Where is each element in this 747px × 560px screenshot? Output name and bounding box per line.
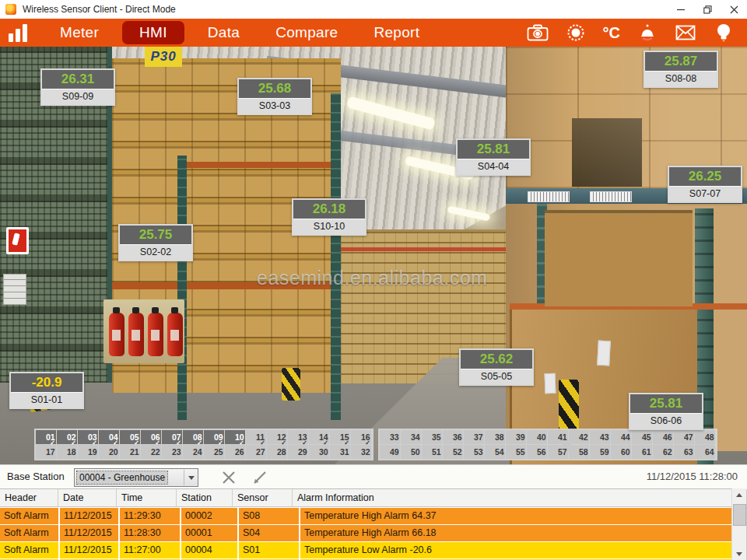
table-scrollbar[interactable]	[731, 488, 746, 560]
channel-26[interactable]: 26	[225, 445, 245, 459]
sensor-overlay[interactable]: 25.68 S03-03	[237, 78, 312, 115]
channel-28[interactable]: 28	[267, 445, 287, 459]
channel-07[interactable]: 07✓	[162, 430, 182, 444]
alarm-bell-icon[interactable]	[637, 22, 658, 44]
alarm-row[interactable]: Soft Alarm11/12/201511:27:0000004S01Temp…	[0, 542, 732, 558]
channel-59[interactable]: 59	[590, 445, 610, 459]
sensor-overlay[interactable]: 25.75 S02-02	[118, 224, 193, 261]
channel-17[interactable]: 17	[36, 445, 56, 459]
channel-03[interactable]: 03✓	[78, 430, 98, 444]
menu-item-data[interactable]: Data	[195, 21, 252, 44]
bulb-icon[interactable]	[713, 22, 735, 44]
channel-31[interactable]: 31	[330, 445, 350, 459]
channel-37[interactable]: 37	[464, 430, 484, 444]
chevron-down-icon[interactable]	[184, 470, 198, 485]
column-sensor: Sensor	[233, 489, 293, 506]
channel-39[interactable]: 39	[506, 430, 526, 444]
channel-35[interactable]: 35	[422, 430, 442, 444]
channel-52[interactable]: 52	[443, 445, 463, 459]
channel-51[interactable]: 51	[422, 445, 442, 459]
scroll-down-arrow-icon[interactable]	[732, 548, 746, 560]
channel-42[interactable]: 42	[569, 430, 589, 444]
channel-11[interactable]: 11✓	[246, 430, 266, 444]
scroll-up-arrow-icon[interactable]	[732, 488, 746, 501]
channel-02[interactable]: 02✓	[57, 430, 77, 444]
sensor-overlay[interactable]: -20.9 S01-01	[9, 372, 84, 409]
channel-08[interactable]: 08✓	[183, 430, 203, 444]
channel-04[interactable]: 04✓	[99, 430, 119, 444]
channel-58[interactable]: 58	[569, 445, 589, 459]
menu-item-report[interactable]: Report	[361, 21, 432, 44]
channel-14[interactable]: 14✓	[309, 430, 329, 444]
minimize-button[interactable]	[668, 0, 694, 19]
channel-36[interactable]: 36	[443, 430, 463, 444]
mail-icon[interactable]	[675, 22, 696, 44]
channel-50[interactable]: 50	[401, 445, 421, 459]
channel-19[interactable]: 19	[78, 445, 98, 459]
sensor-overlay[interactable]: 25.81 S04-04	[456, 138, 531, 176]
channel-53[interactable]: 53	[464, 445, 484, 459]
channel-06[interactable]: 06✓	[141, 430, 161, 444]
channel-15[interactable]: 15✓	[330, 430, 350, 444]
channel-54[interactable]: 54	[485, 445, 505, 459]
menu-item-compare[interactable]: Compare	[263, 21, 350, 44]
channel-41[interactable]: 41	[548, 430, 568, 444]
alarm-row[interactable]: Soft Alarm11/12/201511:28:3000001S04Temp…	[0, 525, 732, 541]
channel-05[interactable]: 05✓	[120, 430, 140, 444]
restore-button[interactable]	[694, 0, 721, 19]
base-station-dropdown[interactable]: 00004 - Greenhouse	[74, 468, 198, 487]
scrollbar-thumb[interactable]	[733, 504, 746, 526]
channel-27[interactable]: 27	[246, 445, 266, 459]
channel-44[interactable]: 44	[611, 430, 631, 444]
channel-48[interactable]: 48	[695, 430, 715, 444]
channel-23[interactable]: 23	[162, 445, 182, 459]
channel-49[interactable]: 49	[380, 445, 400, 459]
sensor-overlay[interactable]: 26.18 S10-10	[292, 198, 366, 236]
close-button[interactable]	[721, 0, 747, 19]
channel-30[interactable]: 30	[309, 445, 329, 459]
channel-20[interactable]: 20	[99, 445, 119, 459]
channel-55[interactable]: 55	[506, 445, 526, 459]
channel-12[interactable]: 12✓	[267, 430, 287, 444]
channel-40[interactable]: 40	[527, 430, 547, 444]
channel-63[interactable]: 63	[674, 445, 694, 459]
camera-icon[interactable]	[527, 22, 549, 44]
channel-33[interactable]: 33	[380, 430, 400, 444]
menu-item-hmi[interactable]: HMI	[122, 21, 184, 44]
channel-38[interactable]: 38	[485, 430, 505, 444]
clear-icon[interactable]	[221, 470, 237, 485]
channel-13[interactable]: 13✓	[288, 430, 308, 444]
channel-57[interactable]: 57	[548, 445, 568, 459]
sensor-overlay[interactable]: 25.62 S05-05	[459, 348, 534, 386]
channel-64[interactable]: 64	[695, 445, 715, 459]
channel-62[interactable]: 62	[653, 445, 673, 459]
channel-24[interactable]: 24	[183, 445, 203, 459]
channel-60[interactable]: 60	[611, 445, 631, 459]
sensor-overlay[interactable]: 25.87 S08-08	[644, 51, 718, 88]
channel-45[interactable]: 45	[632, 430, 652, 444]
menu-item-meter[interactable]: Meter	[47, 21, 111, 44]
channel-56[interactable]: 56	[527, 445, 547, 459]
channel-16[interactable]: 16✓	[351, 430, 371, 444]
channel-61[interactable]: 61	[632, 445, 652, 459]
channel-10[interactable]: 10✓	[225, 430, 245, 444]
channel-46[interactable]: 46	[653, 430, 673, 444]
channel-21[interactable]: 21	[120, 445, 140, 459]
channel-18[interactable]: 18	[57, 445, 77, 459]
alarm-row[interactable]: Soft Alarm11/12/201511:29:3000002S08Temp…	[0, 508, 732, 524]
sensor-overlay[interactable]: 26.31 S09-09	[40, 68, 115, 106]
channel-34[interactable]: 34	[401, 430, 421, 444]
brightness-icon[interactable]	[565, 22, 587, 44]
sensor-overlay[interactable]: 25.81 S06-06	[629, 393, 703, 430]
channel-47[interactable]: 47	[674, 430, 694, 444]
channel-29[interactable]: 29	[288, 445, 308, 459]
edit-pencil-icon[interactable]	[251, 470, 267, 485]
celsius-label[interactable]: °C	[603, 22, 620, 44]
channel-25[interactable]: 25	[204, 445, 224, 459]
channel-01[interactable]: 01✓	[36, 430, 56, 444]
channel-09[interactable]: 09✓	[204, 430, 224, 444]
channel-32[interactable]: 32	[351, 445, 371, 459]
channel-43[interactable]: 43	[590, 430, 610, 444]
sensor-overlay[interactable]: 26.25 S07-07	[668, 166, 742, 203]
channel-22[interactable]: 22	[141, 445, 161, 459]
